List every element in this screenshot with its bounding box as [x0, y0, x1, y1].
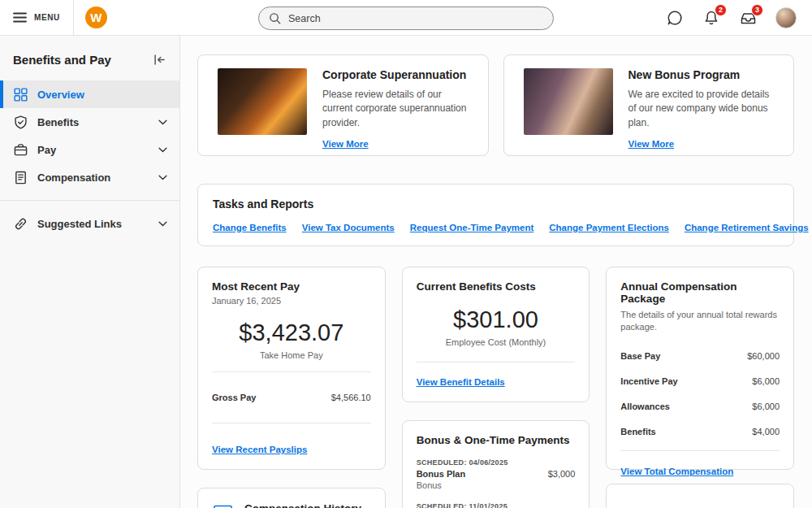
- notifications-button[interactable]: 2: [702, 9, 720, 27]
- view-tax-documents-link[interactable]: View Tax Documents: [302, 223, 395, 232]
- profile-avatar[interactable]: [775, 7, 797, 28]
- history-body: Compensation History Summary of your com…: [244, 502, 371, 508]
- benefits-cost-amount: $301.00: [417, 306, 576, 333]
- sidebar-divider: [0, 200, 179, 201]
- chevron-down-icon: [158, 175, 167, 180]
- inbox-button[interactable]: 3: [739, 9, 757, 27]
- sidebar-item-benefits[interactable]: Benefits: [0, 108, 179, 136]
- tasks-and-reports-card: Tasks and Reports Change Benefits View T…: [197, 184, 794, 246]
- chat-button[interactable]: [666, 9, 684, 27]
- comp-row-incentive-pay: Incentive Pay $6,000: [620, 369, 780, 394]
- announcement-card-superannuation: Corporate Superannuation Please review d…: [197, 54, 489, 156]
- view-benefit-details-link[interactable]: View Benefit Details: [417, 377, 505, 387]
- benefits-and-pay-page: { "colors": { "accent_blue": "#0875e1", …: [0, 0, 812, 508]
- tasks-links: Change Benefits View Tax Documents Reque…: [213, 223, 779, 232]
- pay-date: January 16, 2025: [212, 296, 371, 306]
- comp-row-allowances: Allowances $6,000: [620, 394, 780, 419]
- change-retirement-savings-link[interactable]: Change Retirement Savings: [685, 223, 809, 232]
- view-total-compensation-link[interactable]: View Total Compensation: [620, 467, 733, 476]
- document-icon: [14, 171, 28, 185]
- announcement-title: Corporate Superannuation: [322, 68, 473, 81]
- bonus-type: Bonus: [417, 480, 576, 490]
- sidebar-item-pay[interactable]: Pay: [0, 136, 179, 163]
- workday-logo-mark: W: [85, 7, 107, 28]
- gross-pay-label: Gross Pay: [212, 393, 256, 402]
- bonus-entry: SCHEDULED: 11/01/2025: [417, 502, 576, 508]
- sidebar: Benefits and Pay Overview Benefits Pay: [0, 36, 180, 508]
- sidebar-title: Benefits and Pay: [13, 53, 111, 67]
- change-benefits-link[interactable]: Change Benefits: [213, 223, 287, 232]
- bonus-entry: SCHEDULED: 04/06/2025 Bonus Plan $3,000 …: [417, 458, 576, 490]
- chevron-down-icon: [158, 221, 167, 227]
- column-1: Most Recent Pay January 16, 2025 $3,423.…: [197, 267, 386, 508]
- menu-button[interactable]: MENU: [0, 0, 73, 35]
- search-input[interactable]: [288, 13, 543, 24]
- menu-label: MENU: [34, 13, 60, 22]
- comp-row-benefits: Benefits $4,000: [620, 419, 780, 445]
- chevron-down-icon: [158, 119, 167, 125]
- topbar-actions: 2 3: [666, 7, 812, 28]
- scheduled-date: SCHEDULED: 11/01/2025: [417, 502, 576, 508]
- sidebar-item-compensation[interactable]: Compensation: [0, 163, 179, 191]
- hamburger-icon: [13, 12, 27, 23]
- cut-off-card: [606, 484, 794, 508]
- notifications-badge: 2: [715, 4, 727, 16]
- comp-row-base-pay: Base Pay $60,000: [620, 344, 780, 369]
- most-recent-pay-card: Most Recent Pay January 16, 2025 $3,423.…: [197, 267, 386, 470]
- amount-block: $3,423.07 Take Home Pay: [212, 319, 371, 360]
- card-title: Most Recent Pay: [212, 280, 371, 293]
- search-icon: [269, 12, 281, 24]
- announcement-body: Corporate Superannuation Please review d…: [322, 68, 473, 144]
- card-title: Current Benefits Costs: [417, 280, 576, 293]
- divider: [620, 450, 780, 451]
- bonus-plan-name: Bonus Plan: [417, 469, 466, 479]
- chat-icon: [667, 10, 683, 26]
- chevron-down-icon: [158, 147, 167, 153]
- view-recent-payslips-link[interactable]: View Recent Payslips: [212, 445, 307, 454]
- amount-label: Employee Cost (Monthly): [417, 337, 576, 347]
- row-label: Allowances: [620, 402, 670, 411]
- card-title: Annual Compensation Package: [620, 280, 780, 305]
- sidebar-item-overview[interactable]: Overview: [0, 80, 179, 108]
- annual-compensation-package-card: Annual Compensation Package The details …: [606, 267, 794, 470]
- row-value: $6,000: [752, 376, 780, 386]
- bonus-plan-row: Bonus Plan $3,000: [417, 469, 576, 479]
- pay-icon: [14, 143, 28, 157]
- amount-label: Take Home Pay: [212, 350, 371, 360]
- announcement-text: Please review details of our current cor…: [322, 88, 473, 130]
- gross-pay-value: $4,566.10: [331, 393, 371, 402]
- calendar-icon: [212, 502, 234, 508]
- workday-logo[interactable]: W: [74, 7, 119, 28]
- current-benefits-costs-card: Current Benefits Costs $301.00 Employee …: [402, 267, 590, 402]
- link-icon: [14, 217, 28, 231]
- sidebar-item-suggested-links[interactable]: Suggested Links: [0, 210, 179, 237]
- divider: [212, 371, 371, 372]
- row-label: Benefits: [620, 427, 655, 436]
- search-bar[interactable]: [258, 7, 554, 30]
- view-more-link[interactable]: View More: [322, 139, 369, 149]
- scheduled-date: SCHEDULED: 04/06/2025: [417, 458, 576, 467]
- sidebar-item-label: Compensation: [37, 172, 110, 184]
- sidebar-nav: Overview Benefits Pay Compensation: [0, 80, 179, 237]
- card-title: Bonus & One-Time Payments: [417, 434, 576, 446]
- sidebar-item-label: Suggested Links: [37, 218, 122, 230]
- request-one-time-payment-link[interactable]: Request One-Time Payment: [410, 223, 534, 232]
- column-2: Current Benefits Costs $301.00 Employee …: [402, 267, 590, 508]
- announcement-image-employee: [524, 68, 613, 135]
- view-more-link[interactable]: View More: [628, 139, 675, 149]
- row-value: $4,000: [752, 427, 780, 436]
- main-content: Corporate Superannuation Please review d…: [180, 36, 812, 508]
- cards-grid: Most Recent Pay January 16, 2025 $3,423.…: [197, 267, 794, 508]
- divider: [417, 362, 576, 363]
- change-payment-elections-link[interactable]: Change Payment Elections: [549, 223, 669, 232]
- top-bar: MENU W 2 3: [0, 0, 812, 36]
- sidebar-item-label: Benefits: [37, 116, 79, 128]
- shield-icon: [14, 115, 28, 129]
- announcement-card-bonus-program: New Bonus Program We are excited to prov…: [503, 54, 795, 156]
- collapse-sidebar-button[interactable]: [152, 53, 167, 67]
- row-value: $60,000: [747, 351, 780, 361]
- column-3: Annual Compensation Package The details …: [606, 267, 794, 508]
- sidebar-header: Benefits and Pay: [0, 36, 179, 80]
- compensation-history-card: Compensation History Summary of your com…: [197, 488, 386, 508]
- take-home-pay-amount: $3,423.07: [212, 319, 371, 346]
